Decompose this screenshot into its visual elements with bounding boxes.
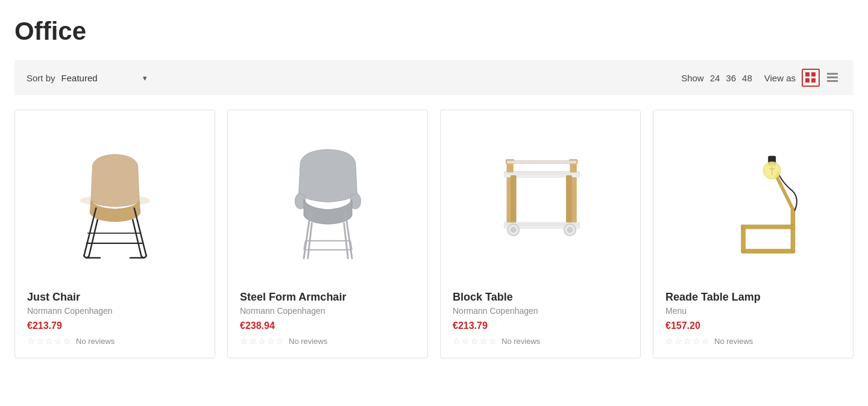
list-view-button[interactable] (823, 69, 841, 87)
product-price-steel-form-armchair: €238.94 (240, 320, 415, 331)
product-reviews-steel-form-armchair: ☆ ☆ ☆ ☆ ☆ No reviews (240, 336, 415, 346)
product-card-steel-form-armchair[interactable]: Steel Form Armchair Normann Copenhagen €… (227, 110, 428, 358)
grid-view-button[interactable] (802, 69, 820, 87)
product-brand-block-table: Normann Copenhagen (453, 306, 628, 316)
svg-rect-5 (827, 77, 838, 78)
svg-rect-41 (741, 249, 794, 253)
show-section: Show 24 36 48 (681, 73, 752, 83)
show-label: Show (681, 73, 704, 83)
toolbar: Sort by Featured Price: Low to High Pric… (14, 60, 854, 95)
reviews-text-steel-form-armchair: No reviews (289, 337, 327, 346)
product-image-just-chair (27, 122, 203, 279)
grid-icon (805, 72, 816, 83)
product-name-reade-table-lamp: Reade Table Lamp (665, 291, 841, 304)
stars-just-chair: ☆ ☆ ☆ ☆ ☆ (27, 336, 71, 346)
toolbar-right: Show 24 36 48 View as (681, 69, 841, 87)
list-icon (827, 72, 838, 83)
stars-steel-form-armchair: ☆ ☆ ☆ ☆ ☆ (240, 336, 284, 346)
product-brand-steel-form-armchair: Normann Copenhagen (240, 306, 415, 316)
svg-rect-40 (506, 161, 576, 164)
reviews-text-reade-table-lamp: No reviews (714, 337, 753, 346)
show-options: 24 36 48 (710, 73, 752, 83)
product-price-just-chair: €213.79 (27, 320, 203, 331)
product-image-block-table (453, 122, 628, 279)
product-price-reade-table-lamp: €157.20 (665, 320, 841, 331)
reviews-text-just-chair: No reviews (76, 337, 115, 346)
sort-section: Sort by Featured Price: Low to High Pric… (27, 73, 147, 83)
products-grid: Just Chair Normann Copenhagen €213.79 ☆ … (14, 110, 854, 358)
view-label: View as (764, 73, 796, 83)
sort-select-wrapper: Featured Price: Low to High Price: High … (61, 73, 147, 83)
product-name-steel-form-armchair: Steel Form Armchair (240, 291, 415, 304)
svg-rect-4 (827, 73, 838, 75)
svg-rect-0 (805, 72, 810, 77)
sort-label: Sort by (27, 73, 55, 83)
svg-rect-44 (741, 225, 794, 228)
reviews-text-block-table: No reviews (502, 337, 540, 346)
view-icons (802, 69, 841, 87)
page-title: Office (14, 0, 854, 60)
svg-rect-30 (510, 175, 516, 222)
stars-reade-table-lamp: ☆ ☆ ☆ ☆ ☆ (665, 336, 709, 346)
product-image-steel-form-armchair (240, 122, 415, 279)
product-price-block-table: €213.79 (453, 320, 628, 331)
svg-rect-42 (791, 208, 794, 252)
product-brand-reade-table-lamp: Menu (665, 306, 841, 316)
product-card-reade-table-lamp[interactable]: Reade Table Lamp Menu €157.20 ☆ ☆ ☆ ☆ ☆ … (653, 110, 854, 358)
product-brand-just-chair: Normann Copenhagen (27, 306, 203, 316)
product-reviews-reade-table-lamp: ☆ ☆ ☆ ☆ ☆ No reviews (665, 336, 841, 346)
svg-rect-3 (811, 78, 816, 83)
svg-point-37 (511, 227, 515, 232)
product-card-block-table[interactable]: Block Table Normann Copenhagen €213.79 ☆… (440, 110, 641, 358)
svg-rect-1 (811, 72, 816, 77)
svg-rect-25 (504, 172, 579, 175)
stars-block-table: ☆ ☆ ☆ ☆ ☆ (453, 336, 497, 346)
svg-rect-2 (805, 78, 810, 83)
product-reviews-block-table: ☆ ☆ ☆ ☆ ☆ No reviews (453, 336, 628, 346)
product-name-block-table: Block Table (453, 291, 628, 304)
svg-line-8 (89, 220, 97, 256)
show-48[interactable]: 48 (742, 73, 752, 83)
product-image-reade-table-lamp (665, 122, 841, 279)
svg-point-39 (567, 227, 572, 232)
svg-line-9 (133, 220, 141, 256)
product-reviews-just-chair: ☆ ☆ ☆ ☆ ☆ No reviews (27, 336, 203, 346)
product-card-just-chair[interactable]: Just Chair Normann Copenhagen €213.79 ☆ … (14, 110, 215, 358)
svg-rect-31 (566, 175, 572, 222)
sort-select[interactable]: Featured Price: Low to High Price: High … (61, 73, 147, 83)
svg-rect-6 (827, 80, 838, 82)
show-36[interactable]: 36 (726, 73, 736, 83)
show-24[interactable]: 24 (710, 73, 720, 83)
product-name-just-chair: Just Chair (27, 291, 203, 304)
view-section: View as (764, 69, 841, 87)
